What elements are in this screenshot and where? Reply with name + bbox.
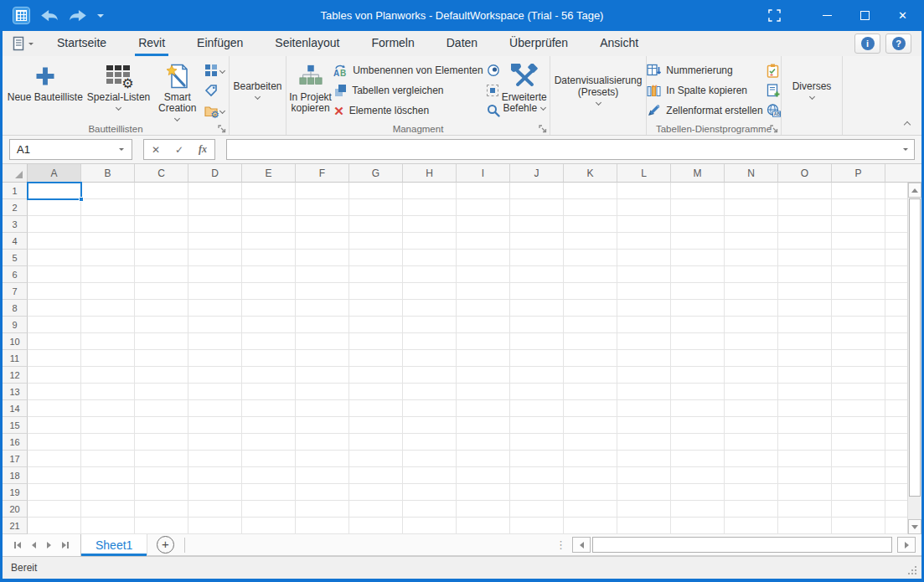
grid-cell[interactable] xyxy=(349,467,403,484)
dialog-launcher-button[interactable] xyxy=(539,125,547,133)
row-header[interactable]: 21 xyxy=(3,518,28,534)
grid-cell[interactable] xyxy=(617,434,671,451)
formula-bar-expand-icon[interactable] xyxy=(903,148,908,151)
grid-cell[interactable] xyxy=(242,518,296,534)
grid-cell[interactable] xyxy=(778,518,832,534)
grid-cell[interactable] xyxy=(188,317,242,333)
grid-cell[interactable] xyxy=(725,233,778,250)
grid-cell[interactable] xyxy=(725,501,778,518)
grid-cell[interactable] xyxy=(242,283,296,300)
grid-cell[interactable] xyxy=(617,467,671,484)
grid-cell[interactable] xyxy=(457,518,510,534)
grid-cell[interactable] xyxy=(403,266,457,283)
grid-cell[interactable] xyxy=(28,451,81,467)
grid-cell[interactable] xyxy=(188,199,242,216)
grid-cell[interactable] xyxy=(81,216,135,233)
grid-cell[interactable] xyxy=(457,283,510,300)
grid-cell[interactable] xyxy=(457,501,510,518)
grid-cell[interactable] xyxy=(725,199,778,216)
tab-einfuegen[interactable]: Einfügen xyxy=(181,31,259,56)
grid-cell[interactable] xyxy=(832,317,885,333)
grid-cell[interactable] xyxy=(457,451,510,467)
grid-cell[interactable] xyxy=(349,266,403,283)
row-header[interactable]: 6 xyxy=(3,266,28,283)
grid-cell[interactable] xyxy=(135,501,188,518)
grid-cell[interactable] xyxy=(135,199,188,216)
grid-cell[interactable] xyxy=(242,417,296,434)
grid-cell[interactable] xyxy=(28,300,81,317)
tab-revit[interactable]: Revit xyxy=(122,31,181,56)
grid-cell[interactable] xyxy=(28,333,81,350)
grid-cell[interactable] xyxy=(832,300,885,317)
grid-cell[interactable] xyxy=(81,350,135,367)
grid-cell[interactable] xyxy=(403,417,457,434)
grid-cell[interactable] xyxy=(832,266,885,283)
grid-cell[interactable] xyxy=(832,384,885,400)
grid-cell[interactable] xyxy=(832,501,885,518)
grid-cell[interactable] xyxy=(135,384,188,400)
grid-cell[interactable] xyxy=(564,183,617,199)
column-header[interactable]: K xyxy=(564,164,617,183)
grid-cell[interactable] xyxy=(671,451,725,467)
grid-cell[interactable] xyxy=(564,518,617,534)
grid-cell[interactable] xyxy=(778,317,832,333)
grid-cell[interactable] xyxy=(296,367,349,384)
grid-cell[interactable] xyxy=(296,400,349,417)
last-sheet-button[interactable] xyxy=(62,542,69,549)
grid-cell[interactable] xyxy=(510,333,564,350)
grid-cell[interactable] xyxy=(725,283,778,300)
grid-cell[interactable] xyxy=(725,400,778,417)
grid-cell[interactable] xyxy=(28,501,81,518)
grid-cell[interactable] xyxy=(564,283,617,300)
row-header[interactable]: 13 xyxy=(3,384,28,400)
grid-cell[interactable] xyxy=(457,484,510,501)
grid-cell[interactable] xyxy=(349,283,403,300)
grid-cell[interactable] xyxy=(188,417,242,434)
grid-cell[interactable] xyxy=(885,333,907,350)
grid-cell[interactable] xyxy=(296,317,349,333)
grid-cell[interactable] xyxy=(28,400,81,417)
grid-cell[interactable] xyxy=(885,501,907,518)
grid-cell[interactable] xyxy=(885,233,907,250)
grid-cell[interactable] xyxy=(242,317,296,333)
grid-cell[interactable] xyxy=(349,183,403,199)
column-header[interactable]: J xyxy=(510,164,564,183)
confirm-entry-button[interactable]: ✓ xyxy=(175,144,183,156)
horizontal-scroll-thumb[interactable] xyxy=(592,537,892,553)
grid-cell[interactable] xyxy=(349,300,403,317)
prev-sheet-button[interactable] xyxy=(32,542,36,549)
grid-cell[interactable] xyxy=(135,216,188,233)
grid-cell[interactable] xyxy=(885,484,907,501)
grid-cell[interactable] xyxy=(28,250,81,266)
grid-cell[interactable] xyxy=(510,183,564,199)
grid-cell[interactable] xyxy=(28,350,81,367)
smart-creation-button[interactable]: Smart Creation xyxy=(152,58,203,123)
grid-cell[interactable] xyxy=(296,467,349,484)
grid-cell[interactable] xyxy=(403,367,457,384)
grid-cell[interactable] xyxy=(296,250,349,266)
checklist-button[interactable] xyxy=(767,62,781,79)
grid-cell[interactable] xyxy=(28,367,81,384)
grid-cell[interactable] xyxy=(296,501,349,518)
grid-cell[interactable] xyxy=(242,434,296,451)
name-box[interactable]: A1 xyxy=(9,139,132,160)
grid-cell[interactable] xyxy=(457,233,510,250)
grid-cell[interactable] xyxy=(564,384,617,400)
grid-cell[interactable] xyxy=(135,233,188,250)
grid-cell[interactable] xyxy=(403,216,457,233)
grid-cell[interactable] xyxy=(617,300,671,317)
grid-cell[interactable] xyxy=(725,367,778,384)
grid-cell[interactable] xyxy=(349,434,403,451)
grid-cell[interactable] xyxy=(564,300,617,317)
grid-cell[interactable] xyxy=(832,183,885,199)
grid-cell[interactable] xyxy=(135,183,188,199)
fullscreen-button[interactable] xyxy=(756,0,793,31)
grid-cell[interactable] xyxy=(778,183,832,199)
grid-cell[interactable] xyxy=(135,350,188,367)
grid-cell[interactable] xyxy=(778,350,832,367)
grid-cell[interactable] xyxy=(188,518,242,534)
column-header[interactable]: M xyxy=(671,164,725,183)
grid-cell[interactable] xyxy=(564,434,617,451)
grid-cell[interactable] xyxy=(457,333,510,350)
tab-formeln[interactable]: Formeln xyxy=(355,31,430,56)
